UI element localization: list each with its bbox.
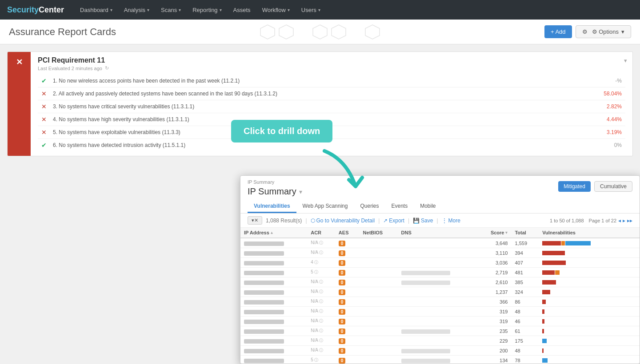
- pagination: 1 to 50 of 1,088 Page 1 of 22 ◂ ▸ ▸▸: [550, 218, 632, 224]
- vuln-bar-cell: [539, 277, 640, 287]
- aes-cell: 0: [335, 307, 360, 317]
- table-row[interactable]: 4 ⓘ03,036407: [240, 258, 640, 268]
- acr-cell: N/A ⓘ: [307, 287, 335, 297]
- filter-button[interactable]: ▾✕: [248, 216, 262, 225]
- next-page-button[interactable]: ▸: [623, 218, 625, 224]
- aes-cell: 0: [335, 287, 360, 297]
- page-header: Assurance Report Cards + Add ⚙ ⚙ Options…: [0, 20, 640, 44]
- table-row[interactable]: N/A ⓘ02,610385: [240, 277, 640, 287]
- table-row[interactable]: N/A ⓘ03,110394: [240, 248, 640, 258]
- export-link[interactable]: ↗ Export: [383, 218, 404, 224]
- table-row[interactable]: N/A ⓘ031946: [240, 317, 640, 326]
- more-link[interactable]: ⋮ More: [442, 218, 460, 224]
- tab-vulnerabilities[interactable]: Vulnerabilities: [248, 200, 296, 213]
- score-cell: 1,237: [477, 287, 511, 297]
- nav-item-analysis[interactable]: Analysis ▾: [119, 0, 155, 20]
- check-icon: ✔: [41, 142, 49, 149]
- cross-icon: ✕: [41, 103, 49, 110]
- nav-item-users[interactable]: Users ▾: [296, 0, 326, 20]
- refresh-icon[interactable]: ↻: [105, 65, 109, 71]
- acr-cell: N/A ⓘ: [307, 238, 335, 248]
- arc-card-title: PCI Requirement 11: [38, 56, 625, 64]
- total-cell: 175: [511, 336, 539, 346]
- dns-cell: [398, 317, 477, 326]
- acr-cell: N/A ⓘ: [307, 336, 335, 346]
- req-row-3[interactable]: ✕ 3. No systems have critical severity v…: [38, 100, 625, 113]
- prev-page-button[interactable]: ◂: [618, 218, 621, 224]
- table-row[interactable]: N/A ⓘ0229175: [240, 336, 640, 346]
- req-value-3: 2.82%: [595, 103, 622, 110]
- netbios-cell: [360, 248, 398, 258]
- main-content: ✕ PCI Requirement 11 Last Evaluated 2 mi…: [0, 44, 640, 364]
- dns-cell: [398, 326, 477, 336]
- nav-item-assets[interactable]: Assets: [228, 0, 256, 20]
- aes-cell: 0: [335, 346, 360, 356]
- col-total[interactable]: Total: [511, 228, 539, 238]
- table-row[interactable]: N/A ⓘ036686: [240, 297, 640, 307]
- header-actions: + Add ⚙ ⚙ Options ▾: [544, 25, 631, 38]
- tab-queries[interactable]: Queries: [354, 200, 385, 213]
- acr-cell: N/A ⓘ: [307, 297, 335, 307]
- tab-events[interactable]: Events: [385, 200, 414, 213]
- req-value-1: -%: [595, 78, 622, 84]
- nav-item-reporting[interactable]: Reporting ▾: [187, 0, 227, 20]
- table-row[interactable]: N/A ⓘ023561: [240, 326, 640, 336]
- nav-item-dashboard[interactable]: Dashboard ▾: [75, 0, 118, 20]
- netbios-cell: [360, 326, 398, 336]
- add-button[interactable]: + Add: [544, 25, 572, 38]
- col-ip-address[interactable]: IP Address ▴: [240, 228, 307, 238]
- dns-cell: [398, 248, 477, 258]
- col-acr[interactable]: ACR: [307, 228, 335, 238]
- separator: |: [436, 218, 438, 224]
- col-netbios[interactable]: NetBIOS: [360, 228, 398, 238]
- col-score[interactable]: Score ▾: [477, 228, 511, 238]
- col-aes[interactable]: AES: [335, 228, 360, 238]
- brand-logo[interactable]: SecurityCenter: [7, 5, 64, 15]
- pagination-info: 1 to 50 of 1,088: [550, 218, 584, 223]
- cumulative-button[interactable]: Cumulative: [594, 181, 632, 192]
- table-row[interactable]: 5 ⓘ013478: [240, 356, 640, 364]
- last-page-button[interactable]: ▸▸: [627, 218, 632, 224]
- nav-item-workflow[interactable]: Workflow ▾: [257, 0, 295, 20]
- chevron-down-icon: ▾: [110, 8, 112, 12]
- ip-address-cell: [240, 248, 307, 258]
- dropdown-icon[interactable]: ▾: [624, 57, 627, 64]
- netbios-cell: [360, 307, 398, 317]
- total-cell: 407: [511, 258, 539, 268]
- total-cell: 481: [511, 268, 539, 277]
- nav-item-scans[interactable]: Scans ▾: [156, 0, 186, 20]
- vuln-bar-cell: [539, 238, 640, 248]
- go-to-vuln-link[interactable]: ⬡ Go to Vulnerability Detail: [311, 218, 375, 224]
- options-button[interactable]: ⚙ ⚙ Options ▾: [576, 25, 631, 38]
- result-count: 1,088 Result(s): [266, 218, 302, 224]
- table-row[interactable]: N/A ⓘ020048: [240, 346, 640, 356]
- table-row[interactable]: N/A ⓘ01,237324: [240, 287, 640, 297]
- sort-icon: ▾: [505, 230, 508, 235]
- table-row[interactable]: 5 ⓘ02,719481: [240, 268, 640, 277]
- save-link[interactable]: 💾 Save: [413, 218, 433, 224]
- ip-address-cell: [240, 268, 307, 277]
- vuln-bar-cell: [539, 248, 640, 258]
- tab-web-app-scanning[interactable]: Web App Scanning: [296, 200, 354, 213]
- netbios-cell: [360, 356, 398, 364]
- caret-down-icon[interactable]: ▾: [299, 188, 302, 195]
- score-cell: 366: [477, 297, 511, 307]
- col-vulnerabilities[interactable]: Vulnerabilities: [539, 228, 640, 238]
- total-cell: 394: [511, 248, 539, 258]
- req-value-6: 0%: [595, 142, 622, 148]
- table-row[interactable]: N/A ⓘ03,6481,559: [240, 238, 640, 248]
- tab-mobile[interactable]: Mobile: [414, 200, 442, 213]
- score-cell: 319: [477, 317, 511, 326]
- ip-address-cell: [240, 336, 307, 346]
- col-dns[interactable]: DNS: [398, 228, 477, 238]
- req-row-2[interactable]: ✕ 2. All actively and passively detected…: [38, 87, 625, 100]
- netbios-cell: [360, 346, 398, 356]
- close-button[interactable]: ✕: [16, 57, 23, 67]
- nav-menu: Dashboard ▾ Analysis ▾ Scans ▾ Reporting…: [75, 0, 326, 20]
- table-row[interactable]: N/A ⓘ031948: [240, 307, 640, 317]
- page-info: Page 1 of 22: [589, 218, 616, 223]
- netbios-cell: [360, 297, 398, 307]
- req-value-2: 58.04%: [595, 91, 622, 97]
- mitigated-button[interactable]: Mitigated: [558, 181, 591, 192]
- svg-marker-3: [332, 25, 346, 39]
